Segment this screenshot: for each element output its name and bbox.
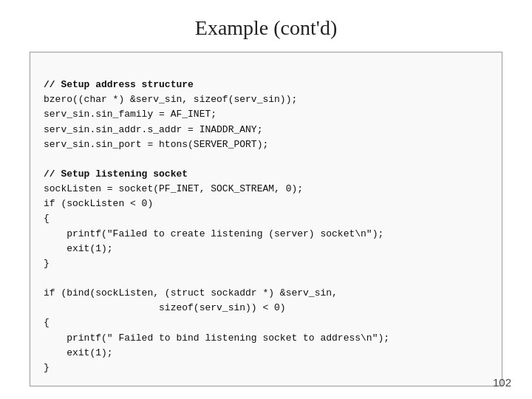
code-box: // Setup address structure bzero((char *… — [30, 52, 502, 386]
code-comment-1: // Setup address structure — [44, 79, 194, 90]
page-number: 102 — [493, 376, 511, 389]
code-comment-2: // Setup listening socket — [44, 168, 188, 180]
page-title: Example (cont'd) — [0, 0, 532, 52]
